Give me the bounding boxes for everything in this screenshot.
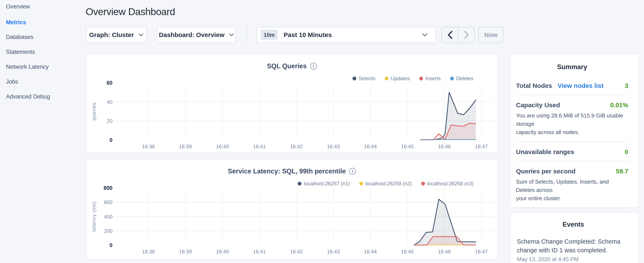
legend-item-deletes[interactable]: Deletes bbox=[450, 76, 474, 82]
summary-panel: Summary Total NodesView nodes list3Capac… bbox=[511, 55, 638, 207]
legend-item-localhost-26257-n1-[interactable]: localhost:26257 (n1) bbox=[298, 181, 350, 187]
svg-text:16:40: 16:40 bbox=[216, 249, 229, 254]
chart-title: SQL Queries bbox=[267, 62, 306, 70]
summary-label: Unavailable ranges bbox=[516, 148, 574, 156]
summary-label: Total Nodes bbox=[516, 82, 552, 90]
info-icon[interactable]: i bbox=[310, 63, 317, 70]
events-panel: Events Schema Change Completed: Schemach… bbox=[511, 213, 638, 263]
svg-text:60: 60 bbox=[106, 80, 112, 86]
legend-label: Updates bbox=[391, 76, 410, 82]
divider bbox=[516, 141, 628, 142]
svg-text:200: 200 bbox=[104, 228, 112, 234]
service-latency-chart-card: 020040060080016:3816:3916:4016:4116:4216… bbox=[86, 160, 498, 259]
svg-text:16:44: 16:44 bbox=[364, 144, 377, 149]
events-title: Events bbox=[517, 220, 630, 229]
svg-text:0: 0 bbox=[110, 137, 112, 143]
summary-label: Capacity Used bbox=[516, 101, 560, 109]
axis-labels: 020406016:3816:3916:4016:4116:4216:4316:… bbox=[91, 80, 488, 149]
series bbox=[414, 199, 476, 245]
chevron-down-icon bbox=[422, 33, 428, 37]
svg-text:16:38: 16:38 bbox=[142, 144, 155, 149]
series bbox=[421, 92, 476, 140]
summary-value: 3 bbox=[625, 82, 628, 90]
view-nodes-list-link[interactable]: View nodes list bbox=[558, 82, 604, 90]
overview-dashboard-page: { "sidebar": { "items": [ { "label": "Ov… bbox=[0, 0, 644, 263]
legend-dot-icon bbox=[298, 182, 302, 185]
graph-scope-dropdown[interactable]: Graph: Cluster bbox=[86, 27, 146, 43]
sql-queries-chart-card: 020406016:3816:3916:4016:4116:4216:4316:… bbox=[86, 55, 498, 153]
legend-item-updates[interactable]: Updates bbox=[384, 76, 410, 82]
chart-legend: localhost:26257 (n1)localhost:26259 (n2)… bbox=[298, 181, 474, 187]
divider bbox=[516, 95, 628, 95]
svg-text:16:45: 16:45 bbox=[401, 249, 414, 254]
chevron-right-icon bbox=[464, 31, 469, 39]
divider bbox=[516, 208, 628, 208]
svg-text:16:40: 16:40 bbox=[216, 144, 229, 149]
summary-description: You are using 28.6 MiB of 515.9 GiB usab… bbox=[516, 112, 628, 136]
legend-dot-icon bbox=[421, 182, 425, 185]
legend-label: localhost:26259 (n2) bbox=[366, 181, 412, 187]
sidebar-item-databases[interactable]: Databases bbox=[6, 33, 34, 42]
svg-text:16:47: 16:47 bbox=[475, 144, 488, 149]
svg-text:20: 20 bbox=[107, 118, 112, 124]
page-title: Overview Dashboard bbox=[86, 6, 175, 18]
summary-value: 0.01% bbox=[610, 101, 628, 109]
legend-label: localhost:26258 (n3) bbox=[427, 181, 474, 187]
legend-item-selects[interactable]: Selects bbox=[352, 76, 376, 82]
sidebar-item-advanced-debug[interactable]: Advanced Debug bbox=[6, 92, 50, 101]
legend-dot-icon bbox=[352, 77, 356, 80]
time-range-label: Past 10 Minutes bbox=[284, 31, 422, 39]
legend-label: Inserts bbox=[426, 76, 441, 82]
sidebar-item-metrics[interactable]: Metrics bbox=[6, 18, 26, 27]
graph-scope-dropdown-label: Graph: Cluster bbox=[89, 31, 134, 39]
time-forward-button[interactable] bbox=[458, 27, 474, 43]
sidebar-item-overview[interactable]: Overview bbox=[6, 2, 30, 11]
svg-text:16:39: 16:39 bbox=[179, 144, 192, 149]
svg-text:16:39: 16:39 bbox=[179, 249, 192, 254]
legend-dot-icon bbox=[359, 182, 363, 185]
time-back-button[interactable] bbox=[442, 27, 458, 43]
svg-text:400: 400 bbox=[104, 214, 112, 220]
svg-text:16:43: 16:43 bbox=[327, 249, 340, 254]
svg-text:16:38: 16:38 bbox=[142, 249, 155, 254]
svg-text:latency (ms): latency (ms) bbox=[91, 201, 97, 232]
legend-item-localhost-26258-n3-[interactable]: localhost:26258 (n3) bbox=[421, 181, 474, 187]
summary-value: 0 bbox=[625, 148, 628, 156]
svg-text:16:41: 16:41 bbox=[253, 144, 266, 149]
summary-title: Summary bbox=[516, 63, 628, 71]
sidebar-item-jobs[interactable]: Jobs bbox=[6, 77, 18, 86]
svg-text:0: 0 bbox=[110, 242, 112, 248]
gridlines bbox=[114, 83, 494, 140]
svg-text:16:42: 16:42 bbox=[290, 249, 303, 254]
svg-text:16:43: 16:43 bbox=[327, 144, 340, 149]
legend-dot-icon bbox=[419, 77, 423, 80]
svg-text:600: 600 bbox=[104, 199, 112, 205]
summary-row-queries-per-second: Queries per second59.7 bbox=[516, 167, 628, 175]
chart-title: Service Latency: SQL, 99th percentile bbox=[228, 167, 346, 175]
now-button-label: Now bbox=[484, 31, 498, 39]
time-range-dropdown[interactable]: 10m Past 10 Minutes bbox=[256, 27, 436, 43]
svg-text:16:42: 16:42 bbox=[290, 144, 303, 149]
svg-text:16:45: 16:45 bbox=[401, 144, 414, 149]
sidebar-item-statements[interactable]: Statements bbox=[6, 48, 35, 56]
divider bbox=[516, 161, 628, 161]
event-timestamp: May 13, 2020 at 4:45 PM bbox=[517, 256, 630, 262]
dashboard-dropdown[interactable]: Dashboard: Overview bbox=[157, 27, 236, 43]
summary-value: 59.7 bbox=[616, 167, 628, 175]
legend-dot-icon bbox=[384, 77, 388, 80]
svg-text:16:47: 16:47 bbox=[475, 249, 488, 254]
legend-item-localhost-26259-n2-[interactable]: localhost:26259 (n2) bbox=[359, 181, 412, 187]
summary-label: Queries per second bbox=[516, 167, 576, 175]
svg-text:16:41: 16:41 bbox=[253, 249, 266, 254]
chevron-down-icon bbox=[138, 34, 143, 36]
now-button[interactable]: Now bbox=[478, 27, 504, 43]
sidebar-item-network-latency[interactable]: Network Latency bbox=[6, 62, 49, 71]
time-pager bbox=[442, 27, 475, 43]
legend-item-inserts[interactable]: Inserts bbox=[419, 76, 441, 82]
sidebar-nav: OverviewMetricsDatabasesStatementsNetwor… bbox=[0, 0, 84, 263]
svg-text:queries: queries bbox=[91, 102, 97, 121]
info-icon[interactable]: i bbox=[349, 168, 356, 175]
chevron-down-icon bbox=[229, 34, 234, 36]
legend-label: localhost:26257 (n1) bbox=[304, 181, 350, 187]
dashboard-dropdown-label: Dashboard: Overview bbox=[159, 31, 224, 39]
